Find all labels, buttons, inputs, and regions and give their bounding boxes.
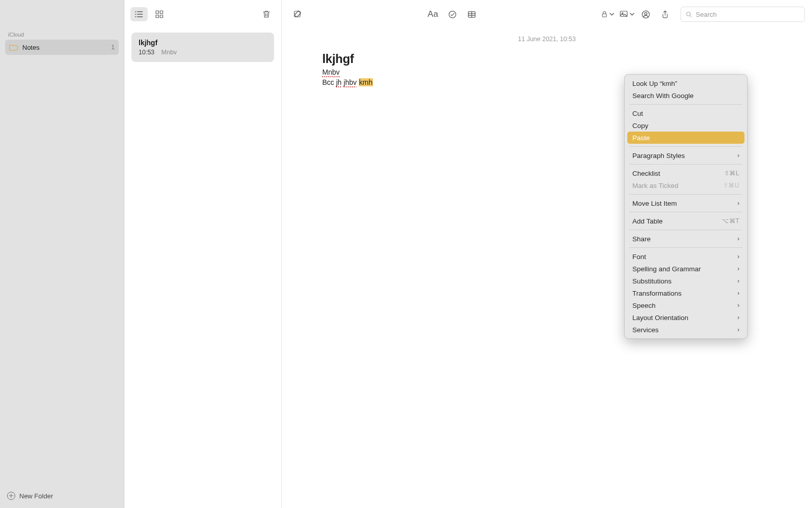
menu-cut[interactable]: Cut [627,107,745,119]
notes-list-column: lkjhgf 10:53 Mnbv [124,0,282,508]
menu-share[interactable]: Share› [627,233,745,245]
menu-separator [629,146,742,147]
svg-rect-9 [160,15,163,18]
view-grid-button[interactable] [151,7,168,21]
format-group: Aa [424,7,480,21]
svg-rect-6 [156,11,158,13]
menu-checklist[interactable]: Checklist⇧⌘L [627,167,745,179]
menu-spelling[interactable]: Spelling and Grammar› [627,263,745,275]
checklist-button[interactable] [444,7,461,21]
chevron-right-icon: › [737,265,739,272]
share-button[interactable] [656,7,673,21]
media-button[interactable] [618,7,635,21]
new-folder-button[interactable]: New Folder [0,486,124,508]
delete-note-button[interactable] [258,7,275,21]
sidebar-folder-label: Notes [22,44,111,51]
plus-circle-icon [7,492,15,500]
menu-separator [629,164,742,165]
chevron-right-icon: › [737,235,739,242]
chevron-right-icon: › [737,302,739,309]
lock-icon [600,10,608,18]
grid-icon [155,10,164,19]
menu-add-table[interactable]: Add Table⌥⌘T [627,215,745,227]
menu-services[interactable]: Services› [627,324,745,336]
menu-substitutions[interactable]: Substitutions› [627,275,745,287]
sidebar-folder-count: 1 [111,44,115,51]
search-placeholder: Search [696,11,717,18]
chevron-right-icon: › [737,290,739,297]
share-icon [661,10,669,19]
menu-paste[interactable]: Paste [627,132,745,144]
app-root: iCloud Notes 1 New Folder [0,0,812,508]
chevron-right-icon: › [737,277,739,284]
trash-icon [262,10,271,19]
compose-button[interactable] [289,7,306,21]
note-item-subtitle: 10:53 Mnbv [139,49,267,56]
chevron-right-icon: › [737,200,739,207]
sidebar-section-label: iCloud [0,29,124,40]
menu-paragraph-styles[interactable]: Paragraph Styles› [627,149,745,162]
table-icon [467,10,477,19]
menu-speech[interactable]: Speech› [627,299,745,311]
list-toolbar [124,0,281,28]
search-input[interactable]: Search [681,7,805,22]
editor-toolbar: Aa [282,0,812,28]
right-toolbar-group: Search [598,7,805,22]
menu-search-google[interactable]: Search With Google [627,89,745,102]
note-timestamp: 11 June 2021, 10:53 [282,28,812,43]
menu-separator [629,247,742,248]
menu-transformations[interactable]: Transformations› [627,287,745,299]
titlebar-spacer [0,0,124,29]
note-item-preview: Mnbv [161,49,177,56]
text-aa-icon: Aa [428,9,438,19]
svg-point-2 [135,14,136,15]
chevron-right-icon: › [737,326,739,333]
editor-column: Aa [282,0,812,508]
menu-font[interactable]: Font› [627,250,745,263]
menu-layout-orientation[interactable]: Layout Orientation› [627,311,745,324]
view-list-button[interactable] [130,7,148,21]
svg-point-20 [645,12,647,15]
selected-text: kmh [359,78,373,86]
new-folder-label: New Folder [19,492,53,500]
search-icon [685,11,693,18]
checkmark-circle-icon [448,10,457,19]
note-item-title: lkjhgf [139,39,267,47]
menu-mark-ticked: Mark as Ticked⇧⌘U [627,179,745,192]
sidebar-folder-notes[interactable]: Notes 1 [5,40,119,55]
svg-point-4 [135,16,136,17]
chevron-down-icon [630,13,634,16]
menu-copy[interactable]: Copy [627,119,745,132]
svg-point-11 [449,11,455,17]
menu-separator [629,194,742,195]
note-title-text: lkjhgf [322,52,771,66]
folder-icon [9,44,18,51]
chevron-right-icon: › [737,253,739,260]
table-button[interactable] [463,7,480,21]
collaborate-button[interactable] [637,7,654,21]
note-item-time: 10:53 [139,49,154,56]
menu-lookup[interactable]: Look Up “kmh” [627,77,745,89]
svg-rect-7 [160,11,163,13]
menu-move-list-item[interactable]: Move List Item› [627,197,745,209]
chevron-right-icon: › [737,152,739,159]
svg-point-0 [135,11,136,12]
person-circle-icon [641,10,651,19]
compose-icon [293,10,302,19]
note-list-item[interactable]: lkjhgf 10:53 Mnbv [131,33,274,62]
photo-icon [619,10,629,19]
chevron-down-icon [610,13,614,16]
text-format-button[interactable]: Aa [424,7,442,21]
menu-separator [629,104,742,105]
sidebar: iCloud Notes 1 New Folder [0,0,124,508]
menu-separator [629,212,742,212]
menu-separator [629,230,742,230]
context-menu: Look Up “kmh” Search With Google Cut Cop… [624,74,748,339]
chevron-right-icon: › [737,314,739,321]
list-icon [134,9,144,19]
lock-button[interactable] [598,7,616,21]
svg-rect-16 [602,14,606,17]
svg-rect-8 [156,15,158,18]
svg-line-22 [690,15,691,17]
